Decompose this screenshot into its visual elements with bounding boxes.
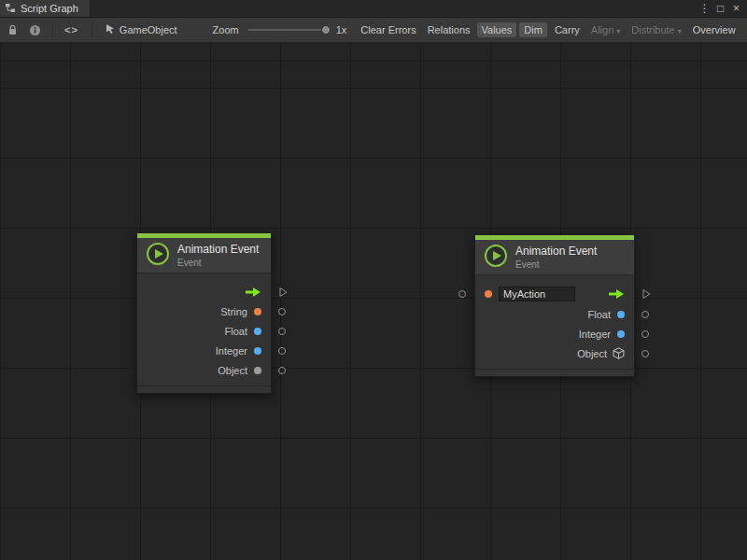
object-type-dot (254, 367, 261, 374)
animation-event-node-left[interactable]: Animation Event Event String Float (136, 232, 272, 394)
align-label: Align (591, 24, 613, 35)
integer-type-dot (617, 330, 625, 338)
gameobject-target[interactable]: GameObject (106, 23, 177, 36)
integer-type-dot (254, 347, 261, 355)
cube-icon (613, 347, 625, 359)
dim-button[interactable]: Dim (519, 22, 547, 37)
zoom-slider-track (248, 29, 331, 31)
overview-button[interactable]: Overview (688, 22, 740, 37)
info-icon[interactable] (29, 24, 41, 36)
title-bar: Script Graph ⋮ □ × (0, 0, 747, 18)
node-body: String Float Integer Object (137, 273, 271, 385)
zoom-slider-handle[interactable] (321, 25, 331, 35)
port-label: Integer (216, 345, 247, 357)
flow-arrow-icon (608, 288, 625, 300)
event-play-icon (484, 244, 508, 272)
window-menu-icon[interactable]: ⋮ (698, 2, 712, 15)
carry-button[interactable]: Carry (550, 22, 585, 37)
node-header[interactable]: Animation Event Event (137, 238, 271, 273)
port-row-object: Object (137, 360, 271, 380)
port-label: Integer (579, 329, 611, 340)
close-icon[interactable]: × (729, 2, 743, 15)
port-row-string: String (137, 301, 271, 321)
float-output-port[interactable] (278, 328, 286, 335)
node-title: Animation Event (515, 245, 597, 258)
code-icon[interactable]: <> (64, 24, 78, 35)
node-footer (475, 369, 634, 376)
toolbar-separator (92, 22, 92, 37)
flow-output-row (137, 282, 271, 301)
action-name-input[interactable] (499, 287, 575, 301)
port-label: Object (577, 348, 607, 359)
chevron-down-icon: ▾ (616, 27, 620, 35)
node-header[interactable]: Animation Event Event (475, 240, 634, 275)
port-row-integer: Integer (475, 324, 634, 343)
flow-arrow-icon (245, 287, 261, 298)
gameobject-label: GameObject (120, 24, 177, 35)
action-name-input-port[interactable] (458, 290, 466, 298)
script-graph-tab[interactable]: Script Graph (0, 0, 91, 17)
zoom-value: 1x (336, 24, 347, 35)
relations-button[interactable]: Relations (423, 22, 475, 37)
maximize-icon[interactable]: □ (713, 2, 727, 15)
graph-toolbar: <> GameObject Zoom 1x Clear Errors Relat… (0, 18, 747, 43)
node-subtitle: Event (515, 259, 597, 270)
port-row-float: Float (475, 304, 634, 324)
window-controls: ⋮ □ × (698, 0, 747, 17)
object-output-port[interactable] (641, 350, 649, 357)
port-row-integer: Integer (137, 341, 271, 360)
toolbar-separator (52, 22, 53, 37)
float-type-dot (617, 311, 625, 318)
float-output-port[interactable] (641, 311, 649, 318)
object-output-port[interactable] (278, 367, 286, 374)
integer-output-port[interactable] (278, 347, 286, 355)
action-input-row (475, 284, 634, 304)
node-subtitle: Event (177, 258, 259, 268)
values-button[interactable]: Values (477, 22, 517, 37)
chevron-down-icon: ▾ (678, 27, 682, 35)
string-type-dot (254, 308, 261, 315)
port-label: String (220, 306, 247, 317)
port-label: Float (225, 326, 247, 337)
node-title: Animation Event (177, 243, 259, 256)
port-label: Object (218, 365, 247, 376)
integer-output-port[interactable] (641, 330, 649, 338)
flow-output-port[interactable] (279, 287, 288, 297)
string-output-port[interactable] (278, 308, 286, 315)
node-body: Float Integer Object (475, 275, 634, 369)
graph-icon (5, 3, 16, 15)
port-row-object: Object (475, 343, 634, 363)
distribute-label: Distribute (631, 24, 674, 35)
tab-title: Script Graph (21, 3, 78, 14)
align-button[interactable]: Align▾ (586, 22, 625, 37)
lock-icon[interactable] (7, 24, 18, 36)
port-row-float: Float (137, 321, 271, 341)
zoom-slider[interactable] (248, 24, 331, 35)
node-footer (137, 385, 271, 393)
flow-output-port[interactable] (642, 289, 651, 300)
distribute-button[interactable]: Distribute▾ (627, 22, 685, 37)
animation-event-node-right[interactable]: Animation Event Event Float (474, 234, 635, 377)
action-name-type-dot (485, 290, 492, 298)
clear-errors-button[interactable]: Clear Errors (356, 22, 420, 37)
event-play-icon (146, 242, 170, 270)
zoom-label: Zoom (213, 24, 239, 35)
port-label: Float (588, 309, 611, 320)
float-type-dot (254, 328, 261, 335)
gameobject-icon (106, 23, 116, 36)
graph-canvas[interactable]: Animation Event Event String Float (0, 43, 747, 560)
